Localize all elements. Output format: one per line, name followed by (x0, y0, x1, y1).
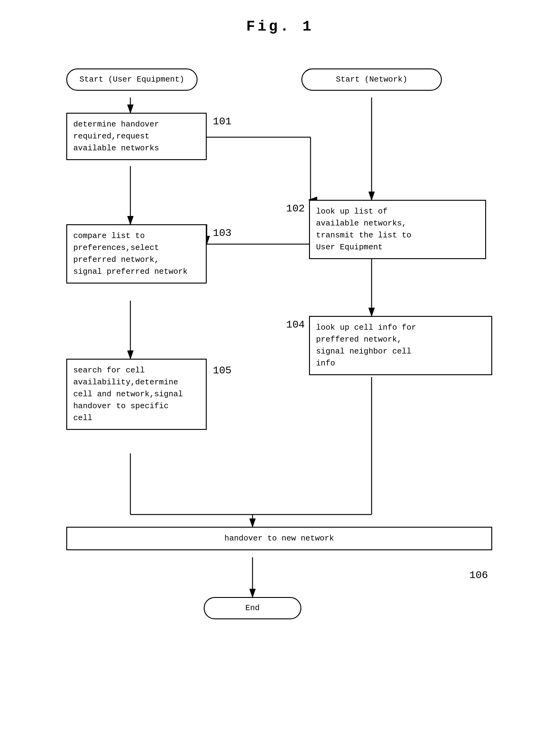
box-103: compare list to preferences,select prefe… (66, 224, 207, 284)
page-title: Fig. 1 (0, 0, 560, 50)
label-104: 104 (286, 319, 305, 331)
box-101-label: determine handover required,request avai… (73, 120, 159, 153)
box-101: determine handover required,request avai… (66, 113, 207, 160)
end-label: End (245, 604, 260, 613)
box-102-label: look up list of available networks, tran… (316, 207, 411, 252)
start-ue-label: Start (User Equipment) (79, 75, 184, 84)
end-node: End (204, 597, 301, 619)
start-ue-node: Start (User Equipment) (66, 69, 198, 91)
box-103-label: compare list to preferences,select prefe… (73, 231, 188, 276)
box-104-label: look up cell info for preffered network,… (316, 323, 416, 368)
box-102: look up list of available networks, tran… (309, 200, 486, 259)
label-101: 101 (213, 116, 231, 127)
box-handover: handover to new network (66, 527, 492, 550)
box-104: look up cell info for preffered network,… (309, 316, 492, 375)
label-105: 105 (213, 365, 231, 376)
box-handover-label: handover to new network (224, 534, 334, 543)
start-network-node: Start (Network) (301, 69, 442, 91)
box-105: search for cell availability,determine c… (66, 359, 207, 430)
start-network-label: Start (Network) (336, 75, 407, 84)
label-102: 102 (286, 203, 305, 214)
label-103: 103 (213, 227, 231, 239)
label-106: 106 (469, 569, 488, 581)
box-105-label: search for cell availability,determine c… (73, 366, 183, 423)
